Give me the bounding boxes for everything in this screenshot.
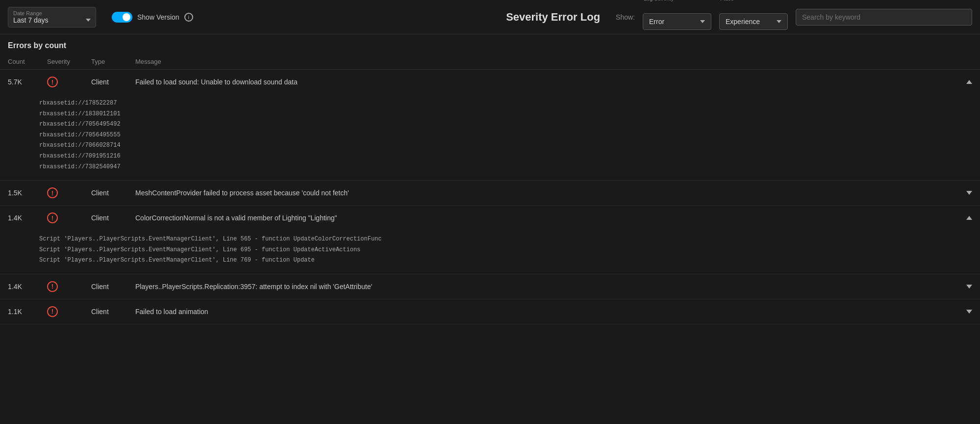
- header-count: Count: [8, 58, 47, 65]
- error-severity-icon: !: [47, 281, 58, 292]
- search-input-wrapper: [796, 9, 972, 26]
- count-cell: 1.4K: [8, 214, 47, 222]
- table-row-main[interactable]: 5.7K ! Client Failed to load sound: Unab…: [0, 70, 980, 94]
- error-severity-icon: !: [47, 306, 58, 317]
- date-range-label: Date Range: [13, 10, 91, 16]
- count-cell: 1.4K: [8, 283, 47, 291]
- table-row: 1.4K ! Client Players..PlayerScripts.Rep…: [0, 274, 980, 299]
- expand-cell[interactable]: [953, 285, 972, 289]
- search-input[interactable]: [802, 13, 966, 21]
- table-row: 1.5K ! Client MeshContentProvider failed…: [0, 181, 980, 206]
- detail-line: rbxassetid://1838012101: [39, 109, 972, 120]
- type-cell: Client: [91, 308, 135, 316]
- expand-cell[interactable]: [953, 310, 972, 314]
- error-severity-icon: !: [47, 187, 58, 198]
- errors-by-count-title: Errors by count: [0, 34, 980, 54]
- table-row-detail: rbxassetid://178522287rbxassetid://18380…: [0, 94, 980, 180]
- table-row-main[interactable]: 1.4K ! Client ColorCorrectionNormal is n…: [0, 206, 980, 230]
- info-icon[interactable]: i: [184, 13, 193, 22]
- table-row-detail: Script 'Players..PlayerScripts.EventMana…: [0, 230, 980, 274]
- log-severity-select[interactable]: Error: [643, 13, 711, 30]
- toggle-thumb: [123, 13, 130, 21]
- type-cell: Client: [91, 214, 135, 222]
- header-message: Message: [135, 58, 953, 65]
- table-body: 5.7K ! Client Failed to load sound: Unab…: [0, 70, 980, 324]
- detail-line: rbxassetid://7382540947: [39, 162, 972, 173]
- date-range-value: Last 7 days: [13, 16, 91, 24]
- show-version-toggle[interactable]: [112, 12, 132, 23]
- count-cell: 5.7K: [8, 78, 47, 86]
- type-cell: Client: [91, 283, 135, 291]
- header-expand: [953, 58, 972, 65]
- expand-icon: [966, 310, 972, 314]
- detail-line: rbxassetid://7056495555: [39, 130, 972, 141]
- table-row-main[interactable]: 1.5K ! Client MeshContentProvider failed…: [0, 181, 980, 205]
- log-severity-label: Log Severity: [644, 0, 674, 1]
- log-severity-group: Log Severity Error: [643, 4, 711, 30]
- detail-line: Script 'Players..PlayerScripts.EventMana…: [39, 255, 972, 266]
- type-cell: Client: [91, 189, 135, 197]
- message-cell: Failed to load animation: [135, 308, 953, 316]
- topbar: Date Range Last 7 days Show Version i Se…: [0, 0, 980, 34]
- message-cell: Players..PlayerScripts.Replication:3957:…: [135, 283, 953, 291]
- detail-line: rbxassetid://7056495492: [39, 119, 972, 130]
- message-cell: Failed to load sound: Unable to download…: [135, 78, 953, 86]
- table-row-main[interactable]: 1.4K ! Client Players..PlayerScripts.Rep…: [0, 274, 980, 299]
- expand-cell[interactable]: [953, 191, 972, 195]
- table-header: Count Severity Type Message: [0, 54, 980, 70]
- place-group: Place Experience: [719, 4, 788, 30]
- header-type: Type: [91, 58, 135, 65]
- place-select[interactable]: Experience: [719, 13, 788, 30]
- date-range-selector[interactable]: Date Range Last 7 days: [8, 7, 96, 27]
- error-severity-icon: !: [47, 212, 58, 223]
- severity-cell: !: [47, 187, 91, 198]
- error-table: Count Severity Type Message 5.7K ! Clien…: [0, 54, 980, 324]
- expand-icon: [966, 191, 972, 195]
- severity-error-log-title: Severity Error Log: [506, 11, 600, 24]
- severity-cell: !: [47, 77, 91, 87]
- expand-cell[interactable]: [953, 216, 972, 220]
- severity-cell: !: [47, 281, 91, 292]
- header-severity: Severity: [47, 58, 91, 65]
- expand-cell[interactable]: [953, 80, 972, 84]
- collapse-icon: [966, 216, 972, 220]
- detail-line: Script 'Players..PlayerScripts.EventMana…: [39, 234, 972, 245]
- message-cell: ColorCorrectionNormal is not a valid mem…: [135, 214, 953, 222]
- count-cell: 1.5K: [8, 189, 47, 197]
- detail-line: rbxassetid://7091951216: [39, 151, 972, 162]
- place-label: Place: [720, 0, 734, 1]
- detail-line: Script 'Players..PlayerScripts.EventMana…: [39, 245, 972, 256]
- show-version-toggle-wrapper: Show Version i: [112, 12, 193, 23]
- severity-cell: !: [47, 306, 91, 317]
- detail-line: rbxassetid://7066028714: [39, 140, 972, 151]
- type-cell: Client: [91, 78, 135, 86]
- table-row: 1.1K ! Client Failed to load animation: [0, 299, 980, 324]
- place-chevron-icon: [777, 20, 781, 23]
- show-label: Show:: [616, 13, 635, 21]
- table-row: 5.7K ! Client Failed to load sound: Unab…: [0, 70, 980, 181]
- error-severity-icon: !: [47, 77, 58, 87]
- expand-icon: [966, 285, 972, 289]
- count-cell: 1.1K: [8, 308, 47, 316]
- collapse-icon: [966, 80, 972, 84]
- table-row: 1.4K ! Client ColorCorrectionNormal is n…: [0, 206, 980, 274]
- chevron-down-icon: [86, 19, 91, 22]
- severity-cell: !: [47, 212, 91, 223]
- toggle-label: Show Version: [137, 13, 179, 21]
- table-row-main[interactable]: 1.1K ! Client Failed to load animation: [0, 299, 980, 324]
- message-cell: MeshContentProvider failed to process as…: [135, 189, 953, 197]
- detail-line: rbxassetid://178522287: [39, 98, 972, 109]
- log-severity-chevron-icon: [700, 20, 705, 23]
